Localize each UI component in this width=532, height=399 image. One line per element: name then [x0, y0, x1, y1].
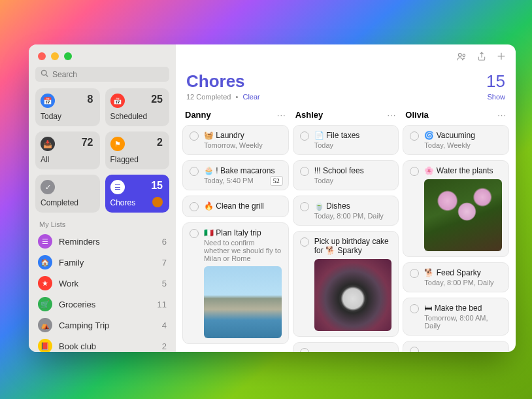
smart-list-label: Flagged [110, 155, 165, 164]
list-count: 6 [162, 237, 167, 247]
list-row-groceries[interactable]: 🛒 Groceries 11 [29, 294, 176, 315]
list-name: Book club [59, 341, 156, 351]
list-row-family[interactable]: 🏠 Family 7 [29, 252, 176, 273]
list-icon: ⛺ [38, 318, 52, 332]
sidebar: 📅 8 Today 📅 25 Scheduled 📥 72 All ⚑ 2 Fl… [29, 44, 176, 352]
app-window: 📅 8 Today 📅 25 Scheduled 📥 72 All ⚑ 2 Fl… [29, 44, 516, 352]
reminder-title: 🇮🇹 Plan Italy trip [204, 228, 282, 237]
lists-container: ☰ Reminders 6🏠 Family 7★ Work 5🛒 Groceri… [29, 231, 176, 352]
reminder-card[interactable]: 🔥 Clean the grill [182, 196, 289, 217]
complete-toggle[interactable] [410, 269, 419, 278]
reminder-meta: Today, 8:00 PM, Daily [314, 212, 392, 220]
list-row-camping-trip[interactable]: ⛺ Camping Trip 4 [29, 315, 176, 336]
reminder-meta: Today [314, 177, 392, 184]
reminder-card[interactable]: 🐕 Feed Sparky Today, 8:00 PM, Daily [403, 262, 509, 292]
window-controls [29, 44, 176, 67]
reminder-card[interactable]: 🌀 Vacuuming Today, Weekly [403, 125, 509, 155]
smart-list-count: 72 [82, 137, 93, 148]
complete-toggle[interactable] [410, 347, 419, 352]
column-header: Danny ··· [182, 107, 289, 125]
smart-list-count: 15 [151, 180, 163, 192]
column-menu-icon[interactable]: ··· [388, 110, 397, 120]
complete-toggle[interactable] [410, 131, 419, 141]
reminder-card[interactable]: 📄 File taxes Today [293, 125, 399, 155]
column-ashley: Ashley ··· 📄 File taxes Today !!! School… [293, 107, 399, 352]
smart-list-chores[interactable]: ☰ 15 Chores [105, 175, 170, 213]
reminder-title: !!! School fees [314, 166, 392, 175]
column-owner: Olivia [405, 110, 428, 120]
column-menu-icon[interactable]: ··· [497, 110, 507, 120]
list-name: Camping Trip [59, 321, 156, 330]
smart-list-label: Completed [41, 198, 95, 207]
new-reminder-placeholder[interactable] [293, 342, 399, 352]
smart-list-all[interactable]: 📥 72 All [35, 131, 100, 169]
list-name: Groceries [59, 300, 151, 309]
reminder-card[interactable]: 🧁 ! Bake macarons Today, 5:40 PM 52 [182, 160, 289, 190]
reminder-card[interactable]: !!! School fees Today [293, 160, 399, 190]
clear-button[interactable]: Clear [242, 93, 259, 101]
reminder-badge: 52 [270, 176, 283, 186]
minimize-button[interactable] [51, 52, 59, 60]
list-subheader: 12 Completed • Clear Show [176, 92, 516, 107]
list-count: 2 [162, 341, 167, 351]
complete-toggle[interactable] [190, 167, 199, 176]
close-button[interactable] [38, 52, 46, 60]
list-row-reminders[interactable]: ☰ Reminders 6 [29, 231, 176, 252]
list-icon: 🛒 [38, 297, 52, 311]
smart-list-icon: 📅 [41, 94, 55, 108]
collaborate-icon[interactable] [456, 51, 467, 65]
new-reminder-placeholder[interactable] [403, 341, 509, 352]
search-field[interactable] [35, 67, 169, 82]
reminder-card[interactable]: 🌸 Water the plants [403, 160, 509, 257]
column-menu-icon[interactable]: ··· [277, 110, 286, 120]
reminder-image [424, 179, 502, 251]
smart-list-label: Scheduled [110, 112, 165, 121]
list-row-book-club[interactable]: 📕 Book club 2 [29, 336, 176, 352]
smart-list-completed[interactable]: ✓ Completed [35, 175, 100, 213]
smart-list-scheduled[interactable]: 📅 25 Scheduled [105, 88, 170, 126]
complete-toggle[interactable] [190, 202, 199, 211]
list-count: 5 [162, 279, 167, 288]
complete-toggle[interactable] [300, 167, 309, 176]
reminder-card[interactable]: Pick up birthday cake for 🐕 Sparky [293, 231, 399, 337]
list-icon: ★ [38, 276, 52, 290]
smart-list-icon: ⚑ [110, 137, 125, 151]
complete-toggle[interactable] [190, 131, 199, 141]
add-reminder-icon[interactable] [496, 51, 507, 65]
list-name: Reminders [59, 237, 156, 247]
reminder-image [314, 259, 392, 331]
smart-list-icon: ☰ [110, 180, 125, 194]
show-button[interactable]: Show [487, 93, 505, 101]
maximize-button[interactable] [64, 52, 72, 60]
list-count: 4 [162, 321, 167, 330]
main-content: Chores 15 12 Completed • Clear Show Dann… [176, 44, 516, 352]
complete-toggle[interactable] [300, 131, 309, 141]
share-icon[interactable] [476, 51, 487, 65]
complete-toggle[interactable] [300, 348, 309, 352]
complete-toggle[interactable] [410, 167, 419, 176]
reminder-title: 🍵 Dishes [314, 201, 392, 211]
reminder-card[interactable]: 🇮🇹 Plan Italy trip Need to confirm wheth… [182, 222, 289, 344]
reminder-meta: Today [314, 141, 392, 149]
smart-list-icon: 📅 [110, 94, 125, 108]
smart-list-today[interactable]: 📅 8 Today [35, 88, 100, 126]
list-icon: 📕 [38, 339, 52, 352]
smart-list-count: 2 [157, 137, 163, 148]
complete-toggle[interactable] [300, 202, 309, 211]
smart-list-flagged[interactable]: ⚑ 2 Flagged [105, 131, 170, 169]
search-input[interactable] [52, 70, 164, 79]
reminder-title: 🌀 Vacuuming [424, 131, 502, 140]
reminder-card[interactable]: 🧺 Laundry Tomorrow, Weekly [182, 125, 289, 155]
svg-point-0 [42, 71, 47, 76]
list-row-work[interactable]: ★ Work 5 [29, 273, 176, 294]
reminder-card[interactable]: 🛏 Make the bed Tomorrow, 8:00 AM, Daily [403, 298, 509, 336]
reminder-title: 🔥 Clean the grill [204, 201, 282, 211]
reminder-card[interactable]: 🍵 Dishes Today, 8:00 PM, Daily [293, 196, 399, 226]
complete-toggle[interactable] [410, 304, 419, 313]
reminder-image [204, 266, 282, 338]
reminder-meta: Tomorrow, Weekly [204, 141, 282, 149]
complete-toggle[interactable] [190, 229, 199, 238]
list-header: Chores 15 [176, 71, 516, 92]
complete-toggle[interactable] [300, 237, 309, 247]
column-olivia: Olivia ··· 🌀 Vacuuming Today, Weekly 🌸 W… [403, 107, 509, 352]
